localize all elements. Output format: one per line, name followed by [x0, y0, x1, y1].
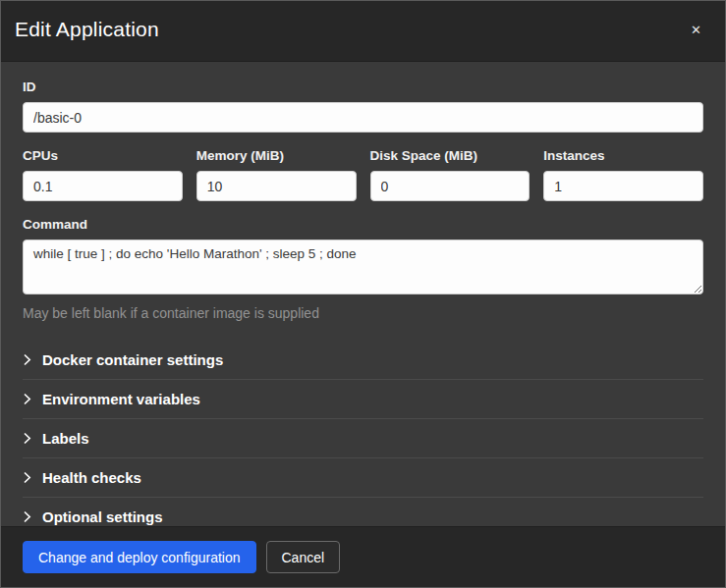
disk-input[interactable]: [370, 171, 531, 201]
section-health-checks[interactable]: Health checks: [23, 457, 703, 497]
instances-label: Instances: [543, 148, 703, 163]
command-field-group: Command while [ true ] ; do echo 'Hello …: [23, 217, 703, 321]
memory-label: Memory (MiB): [196, 148, 357, 163]
section-label: Environment variables: [42, 391, 200, 407]
section-label: Labels: [42, 430, 89, 447]
collapsible-sections: Docker container settings Environment va…: [23, 341, 703, 526]
edit-application-modal: Edit Application ✕ ID CPUs Memory (MiB) …: [0, 0, 726, 588]
section-label: Optional settings: [42, 508, 163, 525]
memory-input[interactable]: [196, 171, 357, 201]
command-textarea[interactable]: while [ true ] ; do echo 'Hello Marathon…: [23, 240, 703, 294]
disk-field-group: Disk Space (MiB): [370, 148, 531, 201]
page-title: Edit Application: [15, 18, 159, 41]
cpus-field-group: CPUs: [23, 148, 183, 201]
modal-footer: Change and deploy configuration Cancel: [1, 526, 725, 587]
section-optional-settings[interactable]: Optional settings: [23, 497, 703, 526]
instances-input[interactable]: [543, 171, 703, 201]
modal-header: Edit Application ✕: [1, 1, 725, 62]
section-labels[interactable]: Labels: [23, 418, 703, 457]
change-and-deploy-button[interactable]: Change and deploy configuration: [23, 541, 256, 573]
section-label: Docker container settings: [42, 351, 223, 368]
disk-label: Disk Space (MiB): [370, 148, 531, 163]
modal-body: ID CPUs Memory (MiB) Disk Space (MiB) In…: [1, 62, 725, 526]
instances-field-group: Instances: [543, 148, 703, 201]
section-environment-variables[interactable]: Environment variables: [23, 379, 703, 418]
close-icon[interactable]: ✕: [689, 20, 703, 40]
cpus-label: CPUs: [23, 148, 183, 163]
section-docker-container-settings[interactable]: Docker container settings: [23, 341, 703, 379]
resources-row: CPUs Memory (MiB) Disk Space (MiB) Insta…: [23, 148, 703, 201]
chevron-right-icon: [23, 471, 31, 484]
cpus-input[interactable]: [23, 171, 183, 201]
id-label: ID: [23, 80, 703, 94]
id-input[interactable]: [23, 102, 703, 133]
chevron-right-icon: [23, 393, 31, 405]
chevron-right-icon: [23, 510, 31, 523]
command-help-text: May be left blank if a container image i…: [23, 305, 703, 321]
cancel-button[interactable]: Cancel: [266, 541, 341, 573]
section-label: Health checks: [42, 469, 141, 486]
memory-field-group: Memory (MiB): [196, 148, 357, 201]
command-label: Command: [23, 217, 703, 232]
chevron-right-icon: [23, 432, 31, 445]
id-field-group: ID: [23, 80, 703, 133]
chevron-right-icon: [23, 353, 31, 366]
